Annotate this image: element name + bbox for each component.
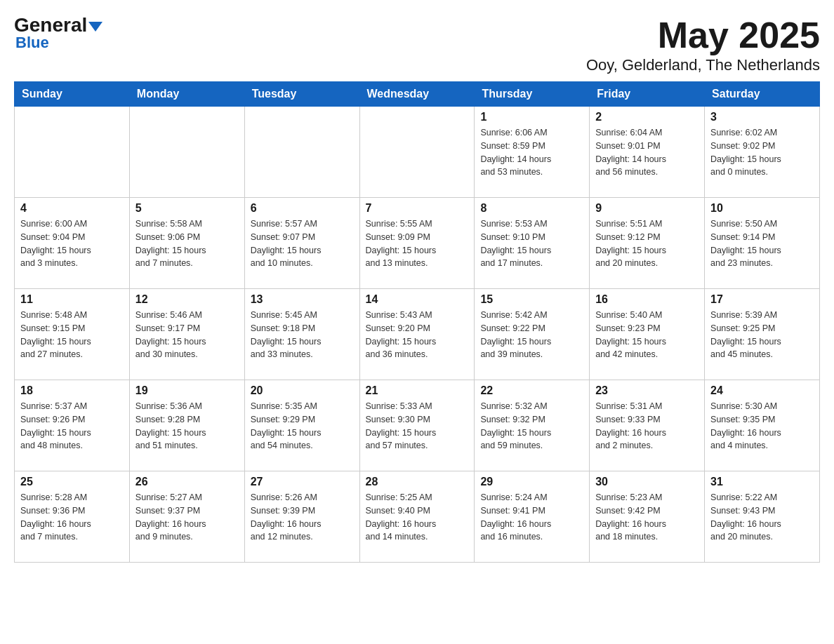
calendar-cell: 11Sunrise: 5:48 AM Sunset: 9:15 PM Dayli…	[15, 289, 130, 380]
calendar-cell: 28Sunrise: 5:25 AM Sunset: 9:40 PM Dayli…	[359, 471, 475, 563]
day-info: Sunrise: 5:28 AM Sunset: 9:36 PM Dayligh…	[20, 491, 124, 544]
weekday-header-friday: Friday	[590, 82, 705, 107]
day-info: Sunrise: 5:25 AM Sunset: 9:40 PM Dayligh…	[366, 491, 469, 544]
day-info: Sunrise: 5:26 AM Sunset: 9:39 PM Dayligh…	[251, 491, 354, 544]
title-section: May 2025 Ooy, Gelderland, The Netherland…	[586, 14, 820, 74]
day-info: Sunrise: 5:27 AM Sunset: 9:37 PM Dayligh…	[135, 491, 239, 544]
weekday-header-thursday: Thursday	[475, 82, 590, 107]
day-info: Sunrise: 5:30 AM Sunset: 9:35 PM Dayligh…	[710, 400, 814, 452]
day-number: 21	[366, 384, 469, 397]
day-number: 29	[480, 476, 583, 488]
calendar-cell	[244, 107, 359, 198]
day-number: 17	[710, 293, 814, 306]
day-info: Sunrise: 5:57 AM Sunset: 9:07 PM Dayligh…	[251, 217, 354, 270]
calendar-cell: 30Sunrise: 5:23 AM Sunset: 9:42 PM Dayli…	[590, 471, 705, 563]
calendar-cell	[129, 107, 244, 198]
calendar-cell: 14Sunrise: 5:43 AM Sunset: 9:20 PM Dayli…	[359, 289, 475, 380]
day-number: 28	[366, 476, 469, 488]
calendar-cell: 20Sunrise: 5:35 AM Sunset: 9:29 PM Dayli…	[244, 380, 359, 471]
day-info: Sunrise: 5:46 AM Sunset: 9:17 PM Dayligh…	[135, 309, 239, 361]
day-number: 18	[20, 384, 124, 397]
calendar-cell: 10Sunrise: 5:50 AM Sunset: 9:14 PM Dayli…	[705, 198, 820, 289]
day-number: 5	[135, 202, 239, 215]
calendar-cell: 25Sunrise: 5:28 AM Sunset: 9:36 PM Dayli…	[15, 471, 130, 563]
day-number: 10	[710, 202, 814, 215]
day-number: 7	[366, 202, 469, 215]
day-number: 2	[595, 111, 699, 123]
day-number: 4	[20, 202, 124, 215]
calendar-table: SundayMondayTuesdayWednesdayThursdayFrid…	[14, 81, 820, 563]
day-info: Sunrise: 5:37 AM Sunset: 9:26 PM Dayligh…	[20, 400, 124, 452]
calendar-cell: 9Sunrise: 5:51 AM Sunset: 9:12 PM Daylig…	[590, 198, 705, 289]
day-info: Sunrise: 5:43 AM Sunset: 9:20 PM Dayligh…	[366, 309, 469, 361]
day-info: Sunrise: 5:58 AM Sunset: 9:06 PM Dayligh…	[135, 217, 239, 270]
day-number: 27	[251, 476, 354, 488]
calendar-cell: 13Sunrise: 5:45 AM Sunset: 9:18 PM Dayli…	[244, 289, 359, 380]
calendar-cell: 1Sunrise: 6:06 AM Sunset: 8:59 PM Daylig…	[475, 107, 590, 198]
calendar-cell: 15Sunrise: 5:42 AM Sunset: 9:22 PM Dayli…	[475, 289, 590, 380]
day-number: 14	[366, 293, 469, 306]
calendar-cell: 4Sunrise: 6:00 AM Sunset: 9:04 PM Daylig…	[15, 198, 130, 289]
calendar-cell: 29Sunrise: 5:24 AM Sunset: 9:41 PM Dayli…	[475, 471, 590, 563]
day-number: 22	[480, 384, 583, 397]
day-number: 11	[20, 293, 124, 306]
calendar-cell: 22Sunrise: 5:32 AM Sunset: 9:32 PM Dayli…	[475, 380, 590, 471]
month-title: May 2025	[586, 14, 820, 56]
calendar-cell: 12Sunrise: 5:46 AM Sunset: 9:17 PM Dayli…	[129, 289, 244, 380]
calendar-cell: 8Sunrise: 5:53 AM Sunset: 9:10 PM Daylig…	[475, 198, 590, 289]
day-info: Sunrise: 5:31 AM Sunset: 9:33 PM Dayligh…	[595, 400, 699, 452]
day-info: Sunrise: 5:51 AM Sunset: 9:12 PM Dayligh…	[595, 217, 699, 270]
day-info: Sunrise: 5:32 AM Sunset: 9:32 PM Dayligh…	[480, 400, 583, 452]
calendar-cell: 19Sunrise: 5:36 AM Sunset: 9:28 PM Dayli…	[129, 380, 244, 471]
calendar-cell: 16Sunrise: 5:40 AM Sunset: 9:23 PM Dayli…	[590, 289, 705, 380]
page-header: General Blue May 2025 Ooy, Gelderland, T…	[14, 14, 820, 74]
calendar-cell: 27Sunrise: 5:26 AM Sunset: 9:39 PM Dayli…	[244, 471, 359, 563]
day-info: Sunrise: 6:00 AM Sunset: 9:04 PM Dayligh…	[20, 217, 124, 270]
day-info: Sunrise: 5:24 AM Sunset: 9:41 PM Dayligh…	[480, 491, 583, 544]
day-number: 9	[595, 202, 699, 215]
day-number: 31	[710, 476, 814, 488]
calendar-cell: 5Sunrise: 5:58 AM Sunset: 9:06 PM Daylig…	[129, 198, 244, 289]
day-info: Sunrise: 5:22 AM Sunset: 9:43 PM Dayligh…	[710, 491, 814, 544]
day-info: Sunrise: 5:40 AM Sunset: 9:23 PM Dayligh…	[595, 309, 699, 361]
day-info: Sunrise: 5:42 AM Sunset: 9:22 PM Dayligh…	[480, 309, 583, 361]
day-number: 24	[710, 384, 814, 397]
day-info: Sunrise: 5:53 AM Sunset: 9:10 PM Dayligh…	[480, 217, 583, 270]
day-info: Sunrise: 6:02 AM Sunset: 9:02 PM Dayligh…	[710, 126, 814, 179]
calendar-cell: 23Sunrise: 5:31 AM Sunset: 9:33 PM Dayli…	[590, 380, 705, 471]
calendar-cell	[15, 107, 130, 198]
weekday-header-monday: Monday	[129, 82, 244, 107]
day-number: 20	[251, 384, 354, 397]
day-info: Sunrise: 5:39 AM Sunset: 9:25 PM Dayligh…	[710, 309, 814, 361]
calendar-cell: 31Sunrise: 5:22 AM Sunset: 9:43 PM Dayli…	[705, 471, 820, 563]
logo-triangle-icon	[88, 22, 102, 32]
day-number: 13	[251, 293, 354, 306]
calendar-cell: 7Sunrise: 5:55 AM Sunset: 9:09 PM Daylig…	[359, 198, 475, 289]
day-info: Sunrise: 5:35 AM Sunset: 9:29 PM Dayligh…	[251, 400, 354, 452]
day-info: Sunrise: 5:33 AM Sunset: 9:30 PM Dayligh…	[366, 400, 469, 452]
day-number: 23	[595, 384, 699, 397]
day-number: 12	[135, 293, 239, 306]
day-info: Sunrise: 5:45 AM Sunset: 9:18 PM Dayligh…	[251, 309, 354, 361]
day-info: Sunrise: 6:04 AM Sunset: 9:01 PM Dayligh…	[595, 126, 699, 179]
day-number: 3	[710, 111, 814, 123]
calendar-cell: 6Sunrise: 5:57 AM Sunset: 9:07 PM Daylig…	[244, 198, 359, 289]
day-number: 6	[251, 202, 354, 215]
calendar-cell	[359, 107, 475, 198]
day-number: 19	[135, 384, 239, 397]
location-subtitle: Ooy, Gelderland, The Netherlands	[586, 56, 820, 74]
calendar-cell: 2Sunrise: 6:04 AM Sunset: 9:01 PM Daylig…	[590, 107, 705, 198]
calendar-cell: 17Sunrise: 5:39 AM Sunset: 9:25 PM Dayli…	[705, 289, 820, 380]
day-number: 30	[595, 476, 699, 488]
day-number: 8	[480, 202, 583, 215]
calendar-cell: 3Sunrise: 6:02 AM Sunset: 9:02 PM Daylig…	[705, 107, 820, 198]
day-number: 16	[595, 293, 699, 306]
day-info: Sunrise: 5:48 AM Sunset: 9:15 PM Dayligh…	[20, 309, 124, 361]
calendar-cell: 24Sunrise: 5:30 AM Sunset: 9:35 PM Dayli…	[705, 380, 820, 471]
day-number: 25	[20, 476, 124, 488]
calendar-cell: 26Sunrise: 5:27 AM Sunset: 9:37 PM Dayli…	[129, 471, 244, 563]
day-number: 1	[480, 111, 583, 123]
day-number: 26	[135, 476, 239, 488]
calendar-cell: 21Sunrise: 5:33 AM Sunset: 9:30 PM Dayli…	[359, 380, 475, 471]
day-info: Sunrise: 5:23 AM Sunset: 9:42 PM Dayligh…	[595, 491, 699, 544]
